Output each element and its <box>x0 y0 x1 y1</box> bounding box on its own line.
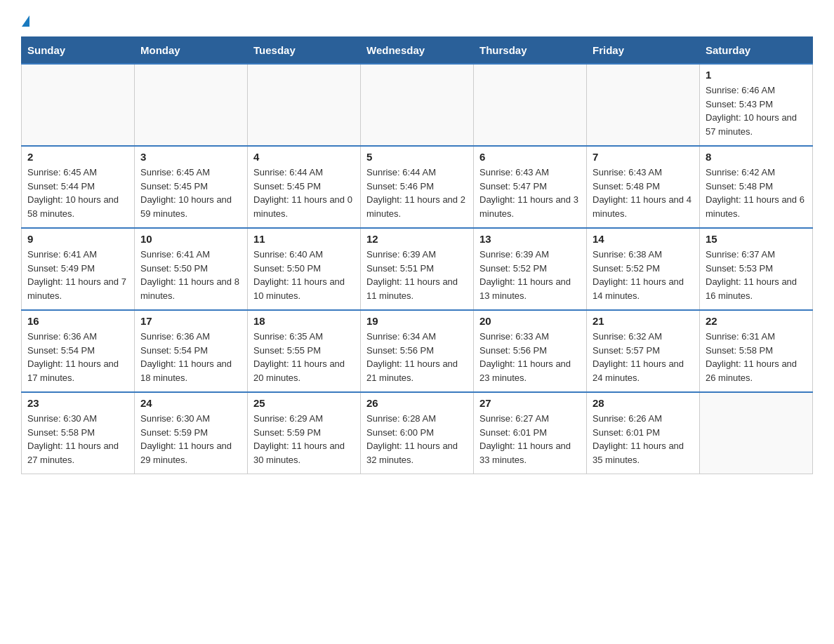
week-row-2: 2Sunrise: 6:45 AM Sunset: 5:44 PM Daylig… <box>22 146 813 228</box>
calendar-cell: 3Sunrise: 6:45 AM Sunset: 5:45 PM Daylig… <box>135 146 248 228</box>
day-info: Sunrise: 6:36 AM Sunset: 5:54 PM Dayligh… <box>140 330 241 384</box>
day-header-monday: Monday <box>135 37 248 65</box>
calendar-cell: 11Sunrise: 6:40 AM Sunset: 5:50 PM Dayli… <box>248 228 361 310</box>
day-number: 23 <box>27 397 128 409</box>
day-number: 13 <box>479 233 581 245</box>
calendar-cell <box>474 64 587 146</box>
calendar-cell: 9Sunrise: 6:41 AM Sunset: 5:49 PM Daylig… <box>22 228 135 310</box>
calendar-cell: 23Sunrise: 6:30 AM Sunset: 5:58 PM Dayli… <box>22 392 135 474</box>
day-info: Sunrise: 6:37 AM Sunset: 5:53 PM Dayligh… <box>706 248 807 302</box>
day-number: 15 <box>706 233 807 245</box>
day-info: Sunrise: 6:31 AM Sunset: 5:58 PM Dayligh… <box>706 330 807 384</box>
day-number: 20 <box>479 315 581 327</box>
day-header-thursday: Thursday <box>474 37 587 65</box>
day-info: Sunrise: 6:45 AM Sunset: 5:45 PM Dayligh… <box>140 166 241 220</box>
day-info: Sunrise: 6:30 AM Sunset: 5:58 PM Dayligh… <box>27 412 128 467</box>
day-info: Sunrise: 6:41 AM Sunset: 5:50 PM Dayligh… <box>140 248 241 302</box>
day-info: Sunrise: 6:30 AM Sunset: 5:59 PM Dayligh… <box>140 412 241 467</box>
calendar-cell: 26Sunrise: 6:28 AM Sunset: 6:00 PM Dayli… <box>361 392 474 474</box>
calendar-cell: 18Sunrise: 6:35 AM Sunset: 5:55 PM Dayli… <box>248 310 361 392</box>
page-header <box>21 14 813 24</box>
day-number: 12 <box>366 233 468 245</box>
day-info: Sunrise: 6:34 AM Sunset: 5:56 PM Dayligh… <box>366 330 468 384</box>
day-header-sunday: Sunday <box>22 37 135 65</box>
day-info: Sunrise: 6:38 AM Sunset: 5:52 PM Dayligh… <box>593 248 694 302</box>
day-number: 9 <box>27 233 128 245</box>
day-info: Sunrise: 6:44 AM Sunset: 5:45 PM Dayligh… <box>253 166 355 220</box>
day-info: Sunrise: 6:42 AM Sunset: 5:48 PM Dayligh… <box>706 166 807 220</box>
day-info: Sunrise: 6:26 AM Sunset: 6:01 PM Dayligh… <box>593 412 694 467</box>
calendar-cell: 17Sunrise: 6:36 AM Sunset: 5:54 PM Dayli… <box>135 310 248 392</box>
day-number: 1 <box>706 69 807 81</box>
day-number: 6 <box>479 151 581 163</box>
day-number: 18 <box>253 315 355 327</box>
day-number: 22 <box>706 315 807 327</box>
logo-triangle-icon <box>22 15 29 27</box>
day-number: 21 <box>593 315 694 327</box>
calendar-cell <box>361 64 474 146</box>
day-info: Sunrise: 6:28 AM Sunset: 6:00 PM Dayligh… <box>366 412 468 467</box>
day-number: 17 <box>140 315 241 327</box>
day-info: Sunrise: 6:33 AM Sunset: 5:56 PM Dayligh… <box>479 330 581 384</box>
day-info: Sunrise: 6:41 AM Sunset: 5:49 PM Dayligh… <box>27 248 128 302</box>
day-info: Sunrise: 6:43 AM Sunset: 5:47 PM Dayligh… <box>479 166 581 220</box>
calendar-cell: 16Sunrise: 6:36 AM Sunset: 5:54 PM Dayli… <box>22 310 135 392</box>
day-header-wednesday: Wednesday <box>361 37 474 65</box>
day-number: 25 <box>253 397 355 409</box>
calendar-cell: 6Sunrise: 6:43 AM Sunset: 5:47 PM Daylig… <box>474 146 587 228</box>
calendar-cell <box>135 64 248 146</box>
day-number: 4 <box>253 151 355 163</box>
day-info: Sunrise: 6:36 AM Sunset: 5:54 PM Dayligh… <box>27 330 128 384</box>
day-header-tuesday: Tuesday <box>248 37 361 65</box>
day-info: Sunrise: 6:40 AM Sunset: 5:50 PM Dayligh… <box>253 248 355 302</box>
day-info: Sunrise: 6:32 AM Sunset: 5:57 PM Dayligh… <box>593 330 694 384</box>
day-info: Sunrise: 6:39 AM Sunset: 5:52 PM Dayligh… <box>479 248 581 302</box>
day-number: 7 <box>593 151 694 163</box>
week-row-1: 1Sunrise: 6:46 AM Sunset: 5:43 PM Daylig… <box>22 64 813 146</box>
day-number: 3 <box>140 151 241 163</box>
calendar-cell: 8Sunrise: 6:42 AM Sunset: 5:48 PM Daylig… <box>700 146 813 228</box>
calendar-cell: 1Sunrise: 6:46 AM Sunset: 5:43 PM Daylig… <box>700 64 813 146</box>
week-row-5: 23Sunrise: 6:30 AM Sunset: 5:58 PM Dayli… <box>22 392 813 474</box>
day-info: Sunrise: 6:29 AM Sunset: 5:59 PM Dayligh… <box>253 412 355 467</box>
logo <box>21 14 29 24</box>
day-number: 19 <box>366 315 468 327</box>
calendar-cell: 13Sunrise: 6:39 AM Sunset: 5:52 PM Dayli… <box>474 228 587 310</box>
day-number: 27 <box>479 397 581 409</box>
calendar-cell: 28Sunrise: 6:26 AM Sunset: 6:01 PM Dayli… <box>587 392 700 474</box>
calendar-cell: 10Sunrise: 6:41 AM Sunset: 5:50 PM Dayli… <box>135 228 248 310</box>
day-number: 16 <box>27 315 128 327</box>
week-row-4: 16Sunrise: 6:36 AM Sunset: 5:54 PM Dayli… <box>22 310 813 392</box>
calendar-table: SundayMondayTuesdayWednesdayThursdayFrid… <box>21 36 813 474</box>
day-header-friday: Friday <box>587 37 700 65</box>
day-number: 2 <box>27 151 128 163</box>
day-number: 10 <box>140 233 241 245</box>
day-info: Sunrise: 6:35 AM Sunset: 5:55 PM Dayligh… <box>253 330 355 384</box>
day-number: 5 <box>366 151 468 163</box>
calendar-cell: 15Sunrise: 6:37 AM Sunset: 5:53 PM Dayli… <box>700 228 813 310</box>
calendar-cell: 21Sunrise: 6:32 AM Sunset: 5:57 PM Dayli… <box>587 310 700 392</box>
calendar-cell: 19Sunrise: 6:34 AM Sunset: 5:56 PM Dayli… <box>361 310 474 392</box>
day-info: Sunrise: 6:43 AM Sunset: 5:48 PM Dayligh… <box>593 166 694 220</box>
day-number: 28 <box>593 397 694 409</box>
day-info: Sunrise: 6:39 AM Sunset: 5:51 PM Dayligh… <box>366 248 468 302</box>
calendar-cell: 2Sunrise: 6:45 AM Sunset: 5:44 PM Daylig… <box>22 146 135 228</box>
calendar-cell: 20Sunrise: 6:33 AM Sunset: 5:56 PM Dayli… <box>474 310 587 392</box>
calendar-cell <box>22 64 135 146</box>
week-row-3: 9Sunrise: 6:41 AM Sunset: 5:49 PM Daylig… <box>22 228 813 310</box>
calendar-cell: 25Sunrise: 6:29 AM Sunset: 5:59 PM Dayli… <box>248 392 361 474</box>
calendar-cell: 7Sunrise: 6:43 AM Sunset: 5:48 PM Daylig… <box>587 146 700 228</box>
day-header-saturday: Saturday <box>700 37 813 65</box>
day-number: 24 <box>140 397 241 409</box>
calendar-cell: 22Sunrise: 6:31 AM Sunset: 5:58 PM Dayli… <box>700 310 813 392</box>
calendar-cell: 14Sunrise: 6:38 AM Sunset: 5:52 PM Dayli… <box>587 228 700 310</box>
day-number: 8 <box>706 151 807 163</box>
day-info: Sunrise: 6:45 AM Sunset: 5:44 PM Dayligh… <box>27 166 128 220</box>
day-info: Sunrise: 6:27 AM Sunset: 6:01 PM Dayligh… <box>479 412 581 467</box>
calendar-header-row: SundayMondayTuesdayWednesdayThursdayFrid… <box>22 37 813 65</box>
day-number: 26 <box>366 397 468 409</box>
calendar-cell <box>248 64 361 146</box>
calendar-cell: 5Sunrise: 6:44 AM Sunset: 5:46 PM Daylig… <box>361 146 474 228</box>
calendar-cell: 12Sunrise: 6:39 AM Sunset: 5:51 PM Dayli… <box>361 228 474 310</box>
calendar-cell: 24Sunrise: 6:30 AM Sunset: 5:59 PM Dayli… <box>135 392 248 474</box>
